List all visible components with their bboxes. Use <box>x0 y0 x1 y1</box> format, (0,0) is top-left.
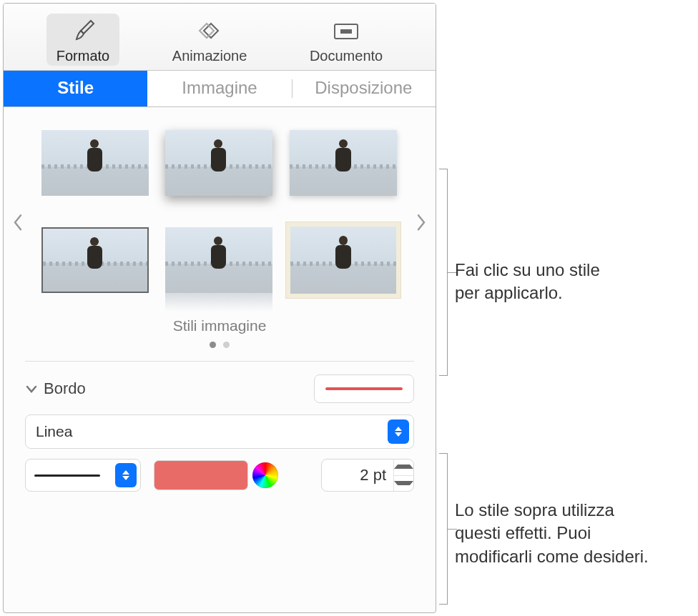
style-thumb-4[interactable] <box>38 223 152 297</box>
top-toolbar: Formato Animazione Documento <box>4 4 436 70</box>
border-disclosure[interactable]: Bordo <box>25 379 86 398</box>
border-controls-row <box>25 459 414 492</box>
stepper-buttons <box>393 459 413 491</box>
stage: Formato Animazione Documento Stile Immag… <box>0 0 698 616</box>
format-tab[interactable]: Formato <box>46 14 119 66</box>
style-thumb-5[interactable] <box>162 223 275 297</box>
callout-b: Lo stile sopra utilizza questi effetti. … <box>455 499 649 568</box>
image-styles-area: Stili immagine <box>4 107 436 361</box>
animation-tab[interactable]: Animazione <box>162 14 257 66</box>
divider <box>25 361 414 362</box>
chevron-left-icon <box>12 212 24 232</box>
border-type-dropdown[interactable]: Linea <box>25 414 414 449</box>
callouts: Fai clic su uno stile per applicarlo. Lo… <box>438 0 698 616</box>
dropdown-stepper-icon <box>115 463 137 487</box>
animation-tab-label: Animazione <box>172 48 247 64</box>
border-width-input[interactable] <box>322 459 393 491</box>
styles-dot-1[interactable] <box>210 342 216 348</box>
callout-b-line3: modificarli come desideri. <box>455 545 649 568</box>
style-thumb-2[interactable] <box>162 126 275 200</box>
stepper-down-button[interactable] <box>394 476 413 492</box>
color-wheel-icon[interactable] <box>252 462 278 488</box>
styles-dot-2[interactable] <box>223 342 230 348</box>
border-color-swatch[interactable] <box>154 460 248 490</box>
callout-b-line2: questi effetti. Puoi <box>455 522 649 545</box>
border-section: Bordo Linea <box>4 372 436 492</box>
style-thumb-6[interactable] <box>285 223 401 297</box>
callout-bracket-a <box>441 169 448 376</box>
diamonds-icon <box>194 18 225 44</box>
callout-a-line2: per applicarlo. <box>455 282 600 304</box>
styles-section-title: Stili immagine <box>25 317 414 334</box>
border-preview-line <box>325 387 403 390</box>
style-thumb-3[interactable] <box>285 126 401 200</box>
border-header: Bordo <box>25 374 414 403</box>
tab-image[interactable]: Immagine <box>147 71 291 106</box>
stepper-up-button[interactable] <box>394 459 413 476</box>
line-style-dropdown[interactable] <box>25 459 141 492</box>
styles-prev-button[interactable] <box>8 205 28 242</box>
dropdown-stepper-icon <box>388 419 409 444</box>
format-panel: Formato Animazione Documento Stile Immag… <box>3 3 436 613</box>
callout-bracket-b <box>441 453 448 605</box>
callout-a: Fai clic su uno stile per applicarlo. <box>455 259 600 305</box>
document-tab-label: Documento <box>310 48 383 64</box>
style-thumb-1[interactable] <box>38 126 152 200</box>
border-type-value: Linea <box>36 423 72 440</box>
format-tab-label: Formato <box>56 48 109 64</box>
callout-b-line1: Lo stile sopra utilizza <box>455 499 649 522</box>
style-thumbnails <box>25 126 414 297</box>
border-width-stepper[interactable] <box>321 459 414 492</box>
line-style-sample <box>34 475 100 477</box>
border-preview-swatch[interactable] <box>314 374 414 403</box>
tab-style[interactable]: Stile <box>4 71 147 106</box>
styles-next-button[interactable] <box>411 205 431 242</box>
chevron-down-icon <box>25 384 38 394</box>
border-title: Bordo <box>44 379 86 398</box>
document-tab[interactable]: Documento <box>300 14 393 66</box>
slide-icon <box>330 18 362 44</box>
callout-a-line1: Fai clic su uno stile <box>455 259 600 282</box>
border-color-group <box>154 460 278 490</box>
svg-rect-1 <box>340 29 352 34</box>
tab-arrange[interactable]: Disposizione <box>292 71 436 106</box>
paintbrush-icon <box>69 18 97 44</box>
format-subtabs: Stile Immagine Disposizione <box>4 70 436 107</box>
chevron-right-icon <box>416 212 427 232</box>
styles-page-dots <box>25 342 414 348</box>
